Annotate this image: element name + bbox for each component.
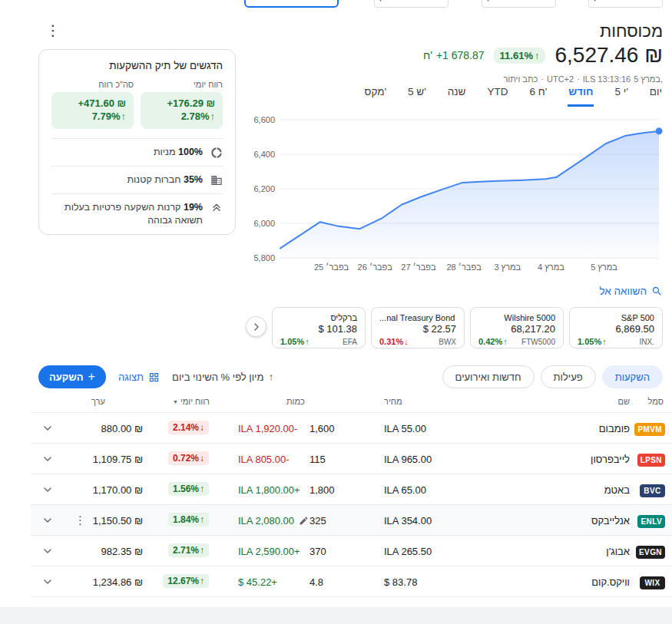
range-tab[interactable]: מקס' — [364, 86, 388, 107]
holding-price: ILA 354.00 — [384, 515, 432, 527]
range-tab[interactable]: 5 י' — [614, 86, 628, 107]
holding-row[interactable]: ⋮ 1,150.50 ₪ 1.84% ↑ ILA 2,080.00 325 IL… — [31, 505, 672, 536]
x-axis-label: 3 במרץ — [483, 262, 532, 272]
expand-chevron-icon[interactable] — [41, 545, 54, 557]
compare-card-price: 6,869.50 — [578, 323, 654, 335]
compare-to-link[interactable]: השוואה אל — [599, 286, 663, 297]
range-tab[interactable]: YTD — [486, 86, 508, 107]
change-suffix: ח' — [423, 49, 432, 61]
compare-card-price: $ 101.38 — [280, 323, 357, 335]
line-chart[interactable] — [280, 120, 659, 259]
expand-chevron-icon[interactable] — [41, 576, 54, 588]
range-tab[interactable]: חודש — [568, 86, 594, 107]
range-tab-label: 6 ח' — [529, 86, 547, 97]
daily-gain-percent-value: 2.78% — [181, 111, 210, 122]
holding-symbol-cell: PMVM — [634, 421, 665, 436]
column-header-value[interactable]: ערך — [91, 397, 105, 406]
compare-card[interactable]: ברקליס $ 101.38 EFA 1.05% ↑ — [272, 307, 366, 348]
filter-dropdown-3[interactable]: ▾ — [588, 0, 663, 8]
holding-symbol-cell: ENLV — [637, 513, 665, 528]
range-tab[interactable]: 6 ח' — [528, 86, 548, 107]
holding-price: ILA 265.50 — [384, 546, 432, 557]
column-header-symbol[interactable]: סמל — [648, 397, 664, 406]
scroll-cards-button[interactable] — [246, 316, 266, 337]
holding-value: 1,109.75 ₪ — [80, 454, 143, 465]
holding-gain: ILA 1,800.00+ — [238, 484, 300, 496]
holding-daily-change: 2.14% ↓ — [147, 421, 209, 434]
holding-name: לייבפרסון — [591, 454, 630, 465]
range-tab[interactable]: שנה — [447, 86, 467, 107]
subtitle-part: · — [541, 74, 544, 84]
view-button[interactable]: תצוגה — [118, 371, 160, 383]
holding-price: ILA 55.00 — [384, 423, 426, 434]
section-tab[interactable]: חדשות ואירועים — [442, 365, 535, 388]
compare-card[interactable]: ...nal Treasury Bond ETF $ 22.57 BWX 0.3… — [371, 307, 465, 348]
holding-symbol-cell: EVGN — [636, 544, 665, 559]
ticker-badge: LPSN — [637, 454, 665, 467]
column-header-quantity[interactable]: כמות — [286, 397, 305, 406]
holding-price: ILA 65.00 — [384, 484, 426, 496]
holding-value: 1,170.00 ₪ — [80, 484, 143, 496]
compare-card-bottom: INX. 1.05% ↑ — [578, 337, 654, 346]
sort-button[interactable]: ↑ מיון לפי % השינוי ביום — [172, 371, 273, 383]
filter-dropdown-2[interactable]: ▾ — [482, 0, 556, 8]
compare-to-label: השוואה אל — [599, 286, 647, 297]
holding-daily-change: 12.67% ↑ — [147, 574, 209, 588]
expand-chevron-icon[interactable] — [41, 514, 54, 527]
holding-quantity: 4.8 — [310, 576, 323, 588]
compare-card-bottom: FTW5000 0.42% ↑ — [478, 337, 555, 346]
expand-chevron-icon[interactable] — [41, 422, 54, 434]
total-gain-amount: +471.60 ₪ — [59, 97, 126, 109]
holdings-table: סמל שם מחיר כמות ▼ רווח יומי ערך 880.00 … — [31, 393, 672, 597]
holding-row[interactable]: 1,234.86 ₪ 12.67% ↑ $ 45.22+ 4.8 $ 83.78… — [31, 566, 672, 597]
caret-down-icon: ▾ — [486, 0, 490, 3]
subtitle-part: · — [577, 74, 580, 84]
section-tab-label: פעילות — [554, 371, 583, 383]
column-header-name[interactable]: שם — [618, 397, 631, 406]
holding-row[interactable]: 1,170.00 ₪ 1.56% ↑ ILA 1,800.00+ 1,800 I… — [31, 474, 672, 505]
compare-card-ticker: EFA — [343, 338, 357, 346]
edit-pencil-icon[interactable] — [299, 516, 309, 526]
range-tab[interactable]: 5 ש' — [407, 86, 427, 107]
donut-chart-icon — [210, 147, 223, 159]
subtitle-part: UTC+2 — [547, 74, 574, 84]
subtitle: 5 במרץ,ILS 13:13:16·UTC+2·כתב ויתור — [503, 74, 663, 84]
change-amount: ח' +1 678.87 — [423, 49, 485, 61]
compare-card-bottom: EFA 1.05% ↑ — [280, 337, 357, 346]
daily-gain-percent: 2.78% ↑ — [148, 111, 215, 122]
holding-row[interactable]: 880.00 ₪ 2.14% ↓ ILA 1,920.00- 1,600 ILA… — [31, 413, 672, 444]
daily-gain-box: +176.29 ₪ 2.78% ↑ — [141, 92, 223, 129]
holding-row[interactable]: 1,109.75 ₪ 0.72% ↓ ILA 805.00- 115 ILA 9… — [31, 444, 672, 474]
expand-chevron-icon[interactable] — [41, 453, 54, 465]
new-investment-button[interactable]: + השקעה — [38, 365, 106, 388]
portfolio-more-options-icon[interactable]: ⋮ — [45, 23, 61, 38]
ticker-badge: PMVM — [634, 423, 665, 436]
range-tab[interactable]: יום — [649, 86, 663, 107]
change-arrow-icon: ↑ — [602, 337, 607, 346]
double-chevron-up-icon — [210, 202, 223, 214]
section-tab[interactable]: השקעות — [602, 365, 663, 388]
section-tab[interactable]: פעילות — [541, 365, 596, 388]
compare-card-name: ברקליס — [280, 313, 357, 322]
time-range-tabs: יום5 י'חודש6 ח'YTDשנה5 ש'מקס' — [364, 86, 663, 107]
column-header-price[interactable]: מחיר — [384, 397, 402, 406]
holding-row[interactable]: 982.35 ₪ 2.71% ↑ ILA 2,590.00+ 370 ILA 2… — [31, 536, 672, 566]
daily-gain-label: רווח יומי — [141, 80, 223, 89]
y-axis-label: 6,400 — [253, 150, 275, 159]
filter-dropdown-1[interactable]: ▾ — [374, 0, 449, 8]
disclaimer-link[interactable]: כתב ויתור — [503, 74, 538, 84]
holding-quantity: 325 — [310, 515, 326, 527]
expand-chevron-icon[interactable] — [41, 484, 54, 496]
caret-down-icon: ▾ — [379, 0, 382, 3]
holding-gain-value: $ 45.22+ — [238, 576, 277, 588]
compare-card[interactable]: Wilshire 5000 68,217.20 FTW5000 0.42% ↑ — [470, 307, 564, 348]
daily-change-pill: 0.72% ↓ — [168, 451, 209, 465]
holding-gain: $ 45.22+ — [238, 576, 277, 588]
change-arrow-icon: ↑ — [200, 545, 204, 556]
ticker-badge: WIX — [640, 576, 665, 589]
search-icon — [651, 286, 663, 297]
top-nav-active-item[interactable] — [244, 0, 339, 8]
compare-card[interactable]: S&P 500 6,869.50 INX. 1.05% ↑ — [569, 307, 663, 348]
column-header-daily-gain[interactable]: ▼ רווח יומי — [173, 397, 210, 406]
daily-change-value: 1.56% — [173, 484, 199, 494]
